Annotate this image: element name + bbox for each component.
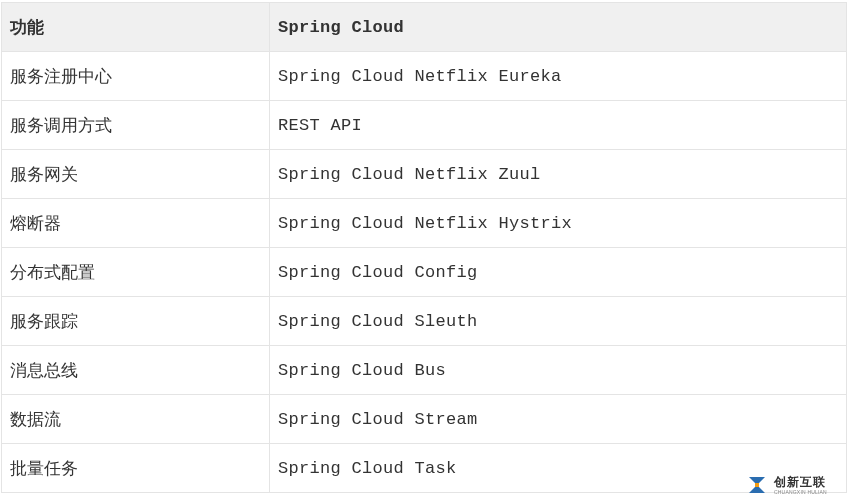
header-feature: 功能 <box>2 3 270 52</box>
feature-cell: 服务跟踪 <box>2 297 270 346</box>
table-row: 分布式配置 Spring Cloud Config <box>2 248 847 297</box>
watermark: 创新互联 CHUANGXIN HULIAN <box>744 471 844 499</box>
value-cell: Spring Cloud Netflix Zuul <box>270 150 847 199</box>
table-row: 服务网关 Spring Cloud Netflix Zuul <box>2 150 847 199</box>
logo-icon <box>744 472 770 498</box>
table-row: 批量任务 Spring Cloud Task <box>2 444 847 493</box>
table-row: 消息总线 Spring Cloud Bus <box>2 346 847 395</box>
feature-cell: 消息总线 <box>2 346 270 395</box>
value-cell: Spring Cloud Netflix Eureka <box>270 52 847 101</box>
table-row: 熔断器 Spring Cloud Netflix Hystrix <box>2 199 847 248</box>
watermark-text: 创新互联 CHUANGXIN HULIAN <box>774 476 827 495</box>
value-cell: Spring Cloud Stream <box>270 395 847 444</box>
feature-cell: 数据流 <box>2 395 270 444</box>
header-spring-cloud: Spring Cloud <box>270 3 847 52</box>
feature-cell: 服务网关 <box>2 150 270 199</box>
table-row: 服务跟踪 Spring Cloud Sleuth <box>2 297 847 346</box>
value-cell: Spring Cloud Netflix Hystrix <box>270 199 847 248</box>
feature-cell: 服务调用方式 <box>2 101 270 150</box>
value-cell: REST API <box>270 101 847 150</box>
value-cell: Spring Cloud Config <box>270 248 847 297</box>
feature-cell: 熔断器 <box>2 199 270 248</box>
comparison-table: 功能 Spring Cloud 服务注册中心 Spring Cloud Netf… <box>1 2 847 493</box>
watermark-en: CHUANGXIN HULIAN <box>774 490 827 495</box>
table-header-row: 功能 Spring Cloud <box>2 3 847 52</box>
svg-rect-0 <box>755 483 759 487</box>
table-row: 服务调用方式 REST API <box>2 101 847 150</box>
value-cell: Spring Cloud Sleuth <box>270 297 847 346</box>
feature-cell: 批量任务 <box>2 444 270 493</box>
value-cell: Spring Cloud Bus <box>270 346 847 395</box>
table-row: 服务注册中心 Spring Cloud Netflix Eureka <box>2 52 847 101</box>
watermark-cn: 创新互联 <box>774 476 827 488</box>
feature-cell: 服务注册中心 <box>2 52 270 101</box>
table-row: 数据流 Spring Cloud Stream <box>2 395 847 444</box>
feature-cell: 分布式配置 <box>2 248 270 297</box>
